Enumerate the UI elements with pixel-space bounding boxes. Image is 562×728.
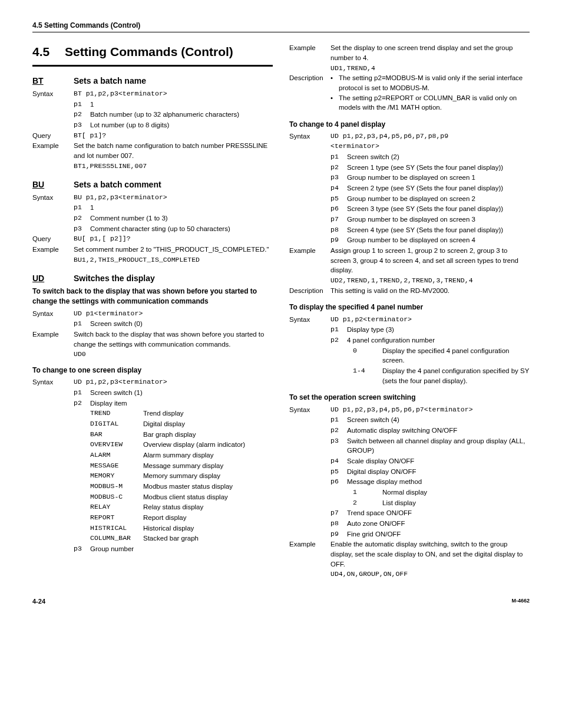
label: Syntax [32, 89, 74, 99]
label: Syntax [32, 309, 74, 319]
bullet-text: The setting p2=REPORT or COLUMN_BAR is v… [339, 93, 530, 113]
bu-example-text: Set comment number 2 to "THIS_PRODUCT_IS… [74, 245, 273, 255]
opscreen-block: To set the operation screen switching Sy… [289, 393, 530, 579]
param-desc: Digital display ON/OFF [347, 467, 530, 477]
display-item-row: OVERVIEWOverview display (alarm indicato… [90, 440, 273, 450]
opscreen-example-code: UD4,ON,GROUP,ON,OFF [289, 569, 530, 579]
param-code: p1 [74, 100, 90, 110]
bt-block: BT Sets a batch name Syntax BT p1,p2,p3<… [32, 75, 273, 172]
param-code: p2 [74, 398, 90, 409]
value-code: 0 [347, 346, 382, 356]
param-desc: Auto zone ON/OFF [347, 519, 530, 529]
value-code: 1-4 [347, 366, 382, 376]
col2-example-code: UD1,TREND,4 [289, 64, 530, 74]
bu-syntax: BU p1,p2,p3<terminator> [74, 193, 273, 203]
bullet-icon: • [330, 93, 339, 113]
display-item-desc: Message summary display [143, 461, 273, 471]
value-desc: List display [382, 498, 530, 508]
display-item-row: ALARMAlarm summary display [90, 450, 273, 460]
label: Example [32, 330, 74, 340]
param-desc: Display item [90, 398, 273, 409]
display-item-code: COLUMN_BAR [90, 533, 143, 543]
bt-code: BT [32, 75, 74, 87]
value-desc: Display the 4 panel configuration specif… [382, 366, 530, 386]
display-item-code: HISTRICAL [90, 523, 143, 533]
four-panel-example-text: Assign group 1 to screen 1, group 2 to s… [330, 246, 530, 275]
display-item-row: DIGITALDigital display [90, 419, 273, 429]
param-code: p1 [330, 325, 347, 335]
param-code: p8 [330, 519, 347, 529]
param-desc: Screen 3 type (see SY (Sets the four pan… [347, 204, 530, 214]
param-code: p1 [330, 152, 347, 162]
label: Example [289, 539, 330, 549]
label: Example [32, 141, 74, 151]
display-item-row: TRENDTrend display [90, 409, 273, 419]
label: Description [289, 286, 330, 296]
ud-sub1-head: To switch back to the display that was s… [32, 286, 273, 307]
param-code: p3 [330, 436, 347, 446]
section-name: Setting Commands (Control) [65, 43, 233, 61]
display-item-desc: Stacked bar graph [143, 533, 273, 543]
disp4num-block: To display the specified 4 panel number … [289, 302, 530, 386]
param-desc: Group number to be displayed on screen 1 [347, 173, 530, 183]
param-code: p2 [330, 426, 347, 436]
display-item-row: MEMORYMemory summary display [90, 471, 273, 481]
param-desc: Screen switch (2) [347, 152, 530, 162]
content-columns: 4.5 Setting Commands (Control) BT Sets a… [32, 43, 530, 587]
param-desc: Group number to be displayed on screen 2 [347, 194, 530, 204]
param-code: p7 [330, 508, 347, 518]
display-item-code: ALARM [90, 450, 143, 460]
opscreen-head: To set the operation screen switching [289, 393, 530, 403]
display-item-desc: Report display [143, 513, 273, 523]
param-code: p3 [74, 224, 90, 234]
four-panel-example-code: UD2,TREND,1,TREND,2,TREND,3,TREND,4 [289, 276, 530, 286]
param-code: p2 [74, 213, 90, 223]
section-number: 4.5 [32, 43, 65, 61]
right-column: Example Set the display to one screen tr… [289, 43, 530, 587]
param-code: p5 [330, 194, 347, 204]
display-item-code: REPORT [90, 513, 143, 523]
label: Description [289, 73, 330, 83]
label: Example [289, 43, 330, 53]
display-item-code: MEMORY [90, 471, 143, 481]
display-item-code: DIGITAL [90, 419, 143, 429]
bu-example-code: BU1,2,THIS_PRODUCT_IS_COMPLETED [32, 255, 273, 265]
param-desc: 1 [90, 100, 273, 110]
page-header: 4.5 Setting Commands (Control) [32, 21, 530, 32]
param-desc: Group number to be displayed on screen 3 [347, 215, 530, 225]
param-code: p3 [74, 120, 90, 130]
value-code: 2 [347, 498, 382, 508]
ud-sub1-example-code: UD0 [32, 350, 273, 360]
param-desc: Group number [90, 544, 273, 554]
four-panel-head: To change to 4 panel display [289, 120, 530, 130]
col2-top: Example Set the display to one screen tr… [289, 43, 530, 113]
param-code: p6 [330, 477, 347, 487]
value-desc: Normal display [382, 487, 530, 498]
param-code: p3 [74, 544, 90, 554]
ud-sub2-syntax: UD p1,p2,p3<terminator> [74, 377, 273, 387]
display-item-desc: Overview display (alarm indicator) [143, 440, 273, 450]
page-number: 4-24 [32, 597, 45, 607]
bullet-text: The setting p2=MODBUS-M is valid only if… [339, 73, 530, 93]
four-panel-desc: This setting is valid on the RD-MV2000. [330, 286, 530, 296]
ud-title: Switches the display [74, 272, 155, 284]
value-desc: Display the specified 4 panel configurat… [382, 346, 530, 365]
display-item-row: MODBUS-CModbus client status display [90, 492, 273, 502]
display-item-desc: Trend display [143, 409, 273, 419]
param-code: p9 [330, 529, 347, 539]
param-code: p6 [330, 204, 347, 214]
display-item-desc: Historical display [143, 523, 273, 533]
param-code: p2 [330, 335, 347, 345]
param-desc: Comment number (1 to 3) [90, 213, 273, 223]
param-desc: Screen switch (1) [90, 388, 273, 398]
label: Syntax [289, 131, 330, 141]
bu-code: BU [32, 179, 74, 190]
param-code: p2 [74, 110, 90, 120]
param-desc: Trend space ON/OFF [347, 508, 530, 518]
display-items-list: TRENDTrend displayDIGITALDigital display… [74, 409, 273, 543]
display-item-row: REPORTReport display [90, 513, 273, 523]
param-desc: 1 [90, 203, 273, 213]
param-desc: Screen 4 type (see SY (Sets the four pan… [347, 225, 530, 235]
display-item-row: BARBar graph display [90, 430, 273, 440]
param-code: p4 [330, 456, 347, 466]
